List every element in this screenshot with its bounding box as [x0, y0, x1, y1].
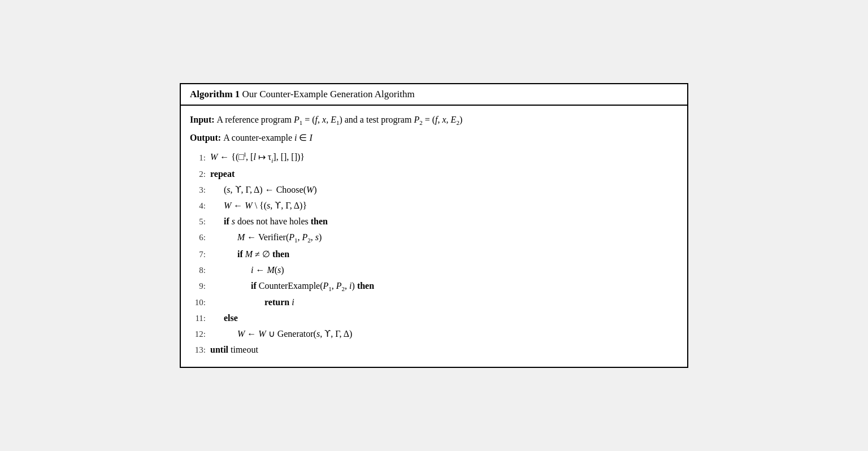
line-content-12: W ← W ∪ Generator(s, ϒ, Γ, Δ) [210, 326, 678, 342]
line-number-5: 5: [190, 214, 210, 229]
line-content-7: if M ≠ ∅ then [210, 246, 678, 262]
algorithm-container: Algorithm 1 Our Counter-Example Generati… [180, 83, 688, 368]
line-2: 2: repeat [190, 166, 678, 182]
line-number-7: 7: [190, 247, 210, 262]
output-line: Output: A counter-example i ∈ I [190, 131, 678, 145]
line-number-13: 13: [190, 342, 210, 357]
line-number-11: 11: [190, 311, 210, 326]
line-number-2: 2: [190, 167, 210, 181]
algorithm-lines: 1: W ← {(□l, [l ↦ τi], [], [])} 2: repea… [190, 149, 678, 358]
line-6: 6: M ← Verifier(P1, P2, s) [190, 229, 678, 246]
line-content-8: i ← M(s) [210, 262, 678, 278]
line-3: 3: (s, ϒ, Γ, Δ) ← Choose(W) [190, 182, 678, 198]
output-label: Output: [190, 133, 223, 142]
algorithm-number: Algorithm 1 [190, 89, 240, 99]
line-13: 13: until timeout [190, 342, 678, 358]
line-content-3: (s, ϒ, Γ, Δ) ← Choose(W) [210, 182, 678, 198]
line-11: 11: else [190, 310, 678, 326]
algorithm-body: Input: A reference program P1 = (f, x, E… [181, 106, 687, 367]
line-8: 8: i ← M(s) [190, 262, 678, 278]
input-text: A reference program P1 = (f, x, E1) and … [217, 115, 463, 124]
line-5: 5: if s does not have holes then [190, 214, 678, 229]
line-content-9: if CounterExample(P1, P2, i) then [210, 278, 678, 294]
line-10: 10: return i [190, 294, 678, 310]
line-number-8: 8: [190, 263, 210, 277]
line-number-4: 4: [190, 198, 210, 213]
line-number-12: 12: [190, 327, 210, 341]
input-line: Input: A reference program P1 = (f, x, E… [190, 112, 678, 128]
line-content-5: if s does not have holes then [210, 214, 678, 229]
line-7: 7: if M ≠ ∅ then [190, 246, 678, 262]
line-number-6: 6: [190, 230, 210, 245]
algorithm-header: Algorithm 1 Our Counter-Example Generati… [181, 84, 687, 106]
line-number-3: 3: [190, 183, 210, 197]
line-content-1: W ← {(□l, [l ↦ τi], [], [])} [210, 149, 678, 166]
line-content-13: until timeout [210, 342, 678, 358]
line-content-2: repeat [210, 166, 678, 182]
line-content-4: W ← W \ {(s, ϒ, Γ, Δ)} [210, 198, 678, 214]
line-4: 4: W ← W \ {(s, ϒ, Γ, Δ)} [190, 198, 678, 214]
algorithm-title: Our Counter-Example Generation Algorithm [242, 89, 415, 99]
line-12: 12: W ← W ∪ Generator(s, ϒ, Γ, Δ) [190, 326, 678, 342]
input-label: Input: [190, 115, 217, 124]
line-content-11: else [210, 310, 678, 326]
line-content-10: return i [210, 294, 678, 310]
line-9: 9: if CounterExample(P1, P2, i) then [190, 278, 678, 294]
line-number-10: 10: [190, 295, 210, 310]
line-content-6: M ← Verifier(P1, P2, s) [210, 229, 678, 246]
line-number-9: 9: [190, 279, 210, 293]
output-text: A counter-example i ∈ I [223, 133, 313, 142]
line-number-1: 1: [190, 150, 210, 165]
line-1: 1: W ← {(□l, [l ↦ τi], [], [])} [190, 149, 678, 166]
